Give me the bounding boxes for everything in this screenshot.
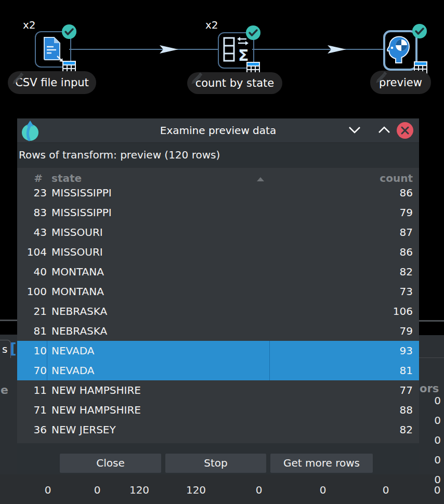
sort-ascending-icon [257, 177, 264, 181]
metric-value: 0 [94, 484, 101, 496]
row-index-cell: 10 [17, 341, 47, 361]
tabbar-right-fragment [419, 323, 444, 335]
table-row[interactable]: 10NEVADA93 [17, 341, 419, 361]
minimize-chevron-down-icon[interactable] [348, 125, 361, 135]
column-header-state[interactable]: state [51, 168, 82, 189]
metric-value: 0 [256, 484, 263, 496]
count-cell: 77 [400, 380, 413, 400]
preview-table-body[interactable]: 23MISSISSIPPI8683MISSISSIPPI7943MISSOURI… [17, 189, 419, 443]
table-row[interactable]: 36NEW JERSEY82 [17, 420, 419, 440]
hop-line-2[interactable] [252, 49, 383, 50]
background-zero-value: 0 [419, 394, 441, 407]
count-cell: 82 [400, 262, 413, 282]
state-cell: MISSISSIPPI [51, 203, 112, 222]
hop-line-1[interactable] [69, 49, 218, 50]
node-label-count-by-state[interactable]: count by state [187, 72, 282, 94]
success-check-icon [412, 24, 427, 38]
metric-value: 0 [45, 484, 51, 496]
splitter-line-right[interactable] [419, 320, 444, 322]
table-row[interactable]: 104MISSOURI86 [17, 242, 419, 262]
maximize-chevron-up-icon[interactable] [377, 125, 391, 135]
row-index-cell: 43 [17, 222, 47, 242]
count-cell: 82 [400, 420, 413, 440]
preview-table-header[interactable]: # state count [17, 168, 419, 189]
table-row[interactable]: 23MISSISSIPPI86 [17, 189, 419, 203]
success-check-icon [246, 25, 260, 40]
state-cell: NEW HAMPSHIRE [51, 400, 141, 420]
state-cell: NEVADA [51, 361, 94, 380]
app-window: s [ e ors 00000 001201200000 x2 CSV file… [0, 0, 444, 504]
count-cell: 88 [400, 400, 413, 420]
dialog-titlebar[interactable]: Examine preview data [17, 118, 419, 143]
svg-text:Σ: Σ [238, 46, 249, 62]
count-cell: 106 [393, 301, 413, 321]
state-cell: MONTANA [51, 282, 104, 301]
background-bracket-fragment: [ [10, 340, 17, 357]
background-errors-header-fragment: ors [420, 382, 439, 395]
get-more-rows-button[interactable]: Get more rows [270, 454, 373, 473]
table-row[interactable]: 70NEVADA81 [17, 361, 419, 380]
column-header-index[interactable]: # [17, 168, 43, 189]
state-cell: MISSOURI [51, 242, 103, 262]
row-index-cell: 11 [17, 380, 47, 400]
state-cell: NEW JERSEY [51, 420, 116, 440]
table-row[interactable]: 83MISSISSIPPI79 [17, 203, 419, 222]
background-zero-value: 0 [419, 434, 441, 446]
success-check-icon [62, 24, 76, 39]
bottom-panel-center [0, 474, 444, 504]
table-row[interactable]: 43MISSOURI87 [17, 222, 419, 242]
state-cell: NEBRASKA [51, 301, 107, 321]
node-copies-label: x2 [23, 19, 36, 31]
count-cell: 86 [400, 242, 413, 262]
hop-arrowhead-1 [160, 45, 178, 54]
row-index-cell: 40 [17, 262, 47, 282]
state-cell: NEBRASKA [51, 321, 107, 341]
table-row[interactable]: 71NEW HAMPSHIRE88 [17, 400, 419, 420]
splitter-line-left[interactable] [0, 320, 17, 321]
stop-button[interactable]: Stop [165, 454, 266, 473]
row-index-cell: 36 [17, 420, 47, 440]
count-cell: 93 [400, 341, 413, 361]
row-index-cell: 83 [17, 203, 47, 222]
node-label-csv-file-input[interactable]: CSV file input [8, 71, 96, 94]
examine-preview-data-dialog: Examine preview data Rows of transform: … [17, 118, 419, 474]
background-tab[interactable]: s [0, 340, 11, 358]
close-button[interactable]: Close [60, 454, 161, 473]
count-cell: 81 [400, 361, 413, 380]
count-cell: 73 [400, 282, 413, 301]
node-label-text: CSV file input [15, 76, 89, 89]
state-cell: NEVADA [51, 341, 94, 361]
state-cell: NEW HAMPSHIRE [51, 380, 141, 400]
node-copies-label: x2 [205, 19, 218, 31]
metric-value: 120 [129, 484, 149, 496]
tabbar-left-fragment [0, 322, 17, 335]
edit-pencil-icon [11, 72, 24, 86]
rows-summary-label: Rows of transform: preview (120 rows) [19, 143, 414, 167]
table-row[interactable]: 100MONTANA73 [17, 282, 419, 301]
row-index-cell: 71 [17, 400, 47, 420]
table-row[interactable]: 11NEW HAMPSHIRE77 [17, 380, 419, 400]
node-label-preview[interactable]: preview [370, 71, 431, 94]
hop-arrowhead-2 [328, 45, 346, 54]
metric-value: 0 [383, 484, 389, 496]
row-index-cell: 21 [17, 301, 47, 321]
canvas-right-strip [419, 96, 444, 320]
table-row[interactable]: 21NEBRASKA106 [17, 301, 419, 321]
column-header-count[interactable]: count [380, 168, 413, 189]
table-row[interactable]: 40MONTANA82 [17, 262, 419, 282]
metric-value: 0 [320, 484, 327, 496]
row-index-cell: 81 [17, 321, 47, 341]
count-cell: 79 [400, 321, 413, 341]
background-zero-value: 0 [419, 454, 441, 466]
table-row[interactable]: 81NEBRASKA79 [17, 321, 419, 341]
group-by-sum-icon: Σ [223, 36, 250, 62]
state-cell: MISSOURI [51, 222, 103, 242]
preview-head-target-icon [387, 34, 411, 63]
close-dialog-icon[interactable] [397, 122, 413, 139]
canvas-left-strip [0, 96, 17, 320]
row-index-cell: 23 [17, 189, 47, 203]
edit-pencil-icon [190, 72, 203, 86]
count-cell: 86 [400, 189, 413, 203]
metric-value: 120 [186, 484, 206, 496]
background-zero-value: 0 [419, 414, 441, 427]
